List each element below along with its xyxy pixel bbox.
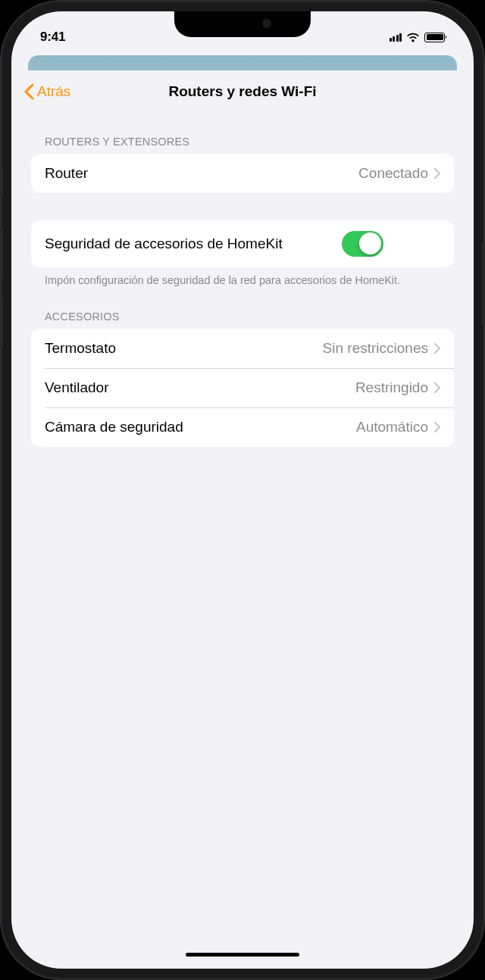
volume-up-button [0,227,3,280]
router-value: Conectado [358,165,428,182]
camera-row[interactable]: Cámara de seguridad Automático [31,407,454,447]
fan-label: Ventilador [45,379,355,397]
routers-card: Router Conectado [31,154,454,193]
fan-value: Restringido [355,379,428,396]
page-title: Routers y redes Wi-Fi [168,83,316,100]
cellular-icon [390,33,402,42]
battery-icon [424,33,445,42]
security-section-footer: Impón configuración de seguridad de la r… [31,267,454,289]
thermostat-row[interactable]: Termostato Sin restricciones [31,329,454,368]
settings-sheet: Atrás Routers y redes Wi-Fi ROUTERS Y EX… [16,70,469,964]
routers-section-header: ROUTERS Y EXTENSORES [31,113,454,154]
thermostat-value: Sin restricciones [323,340,428,357]
silent-switch [0,167,3,197]
accessory-security-toggle[interactable] [342,231,383,257]
status-icons [390,32,446,42]
chevron-left-icon [23,83,34,100]
camera-label: Cámara de seguridad [45,418,356,436]
notch [174,11,311,37]
accessory-security-row[interactable]: Seguridad de accesorios de HomeKit [31,220,454,267]
home-indicator[interactable] [186,953,299,957]
chevron-right-icon [434,422,440,432]
toggle-knob [359,233,381,254]
router-label: Router [45,164,358,183]
phone-screen: 9:41 [11,11,474,969]
fan-row[interactable]: Ventilador Restringido [31,368,454,407]
camera-dot [262,19,271,28]
nav-bar: Atrás Routers y redes Wi-Fi [16,70,469,113]
wifi-icon [406,32,420,42]
chevron-right-icon [434,343,440,354]
power-button [482,242,485,326]
router-row[interactable]: Router Conectado [31,154,454,193]
chevron-right-icon [434,382,440,393]
content-area: ROUTERS Y EXTENSORES Router Conectado Se… [16,113,469,447]
accessory-security-label: Seguridad de accesorios de HomeKit [45,235,342,253]
security-card: Seguridad de accesorios de HomeKit [31,220,454,267]
back-label: Atrás [37,83,70,100]
camera-value: Automático [356,419,428,435]
thermostat-label: Termostato [45,339,323,357]
accessories-card: Termostato Sin restricciones Ventilador … [31,329,454,446]
chevron-right-icon [434,168,440,179]
phone-frame: 9:41 [0,0,485,980]
accessories-section-header: ACCESORIOS [31,288,454,329]
volume-down-button [0,295,3,348]
status-time: 9:41 [40,30,65,45]
back-button[interactable]: Atrás [23,83,70,100]
